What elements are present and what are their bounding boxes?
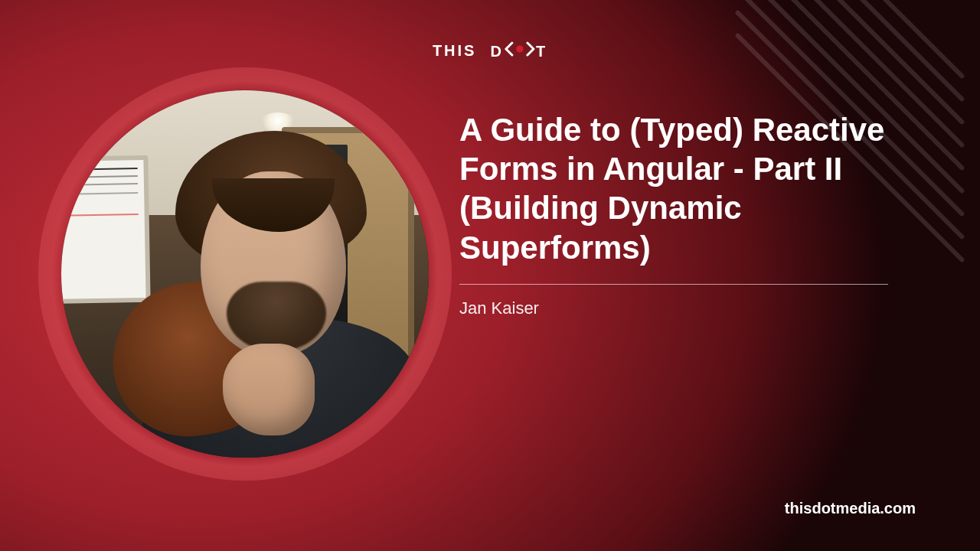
avatar-image xyxy=(61,90,429,458)
angle-brackets-dot-icon xyxy=(504,41,536,57)
site-credit: thisdotmedia.com xyxy=(785,500,916,517)
brand-logo: THIS D T xyxy=(433,41,547,60)
brand-word-dot: D T xyxy=(490,41,547,60)
hero-content: A Guide to (Typed) Reactive Forms in Ang… xyxy=(459,110,888,318)
author-name: Jan Kaiser xyxy=(459,298,888,318)
article-title: A Guide to (Typed) Reactive Forms in Ang… xyxy=(459,110,888,267)
author-avatar xyxy=(38,67,452,481)
svg-point-0 xyxy=(516,45,523,52)
divider xyxy=(459,284,888,285)
brand-word-this: THIS xyxy=(433,42,477,60)
